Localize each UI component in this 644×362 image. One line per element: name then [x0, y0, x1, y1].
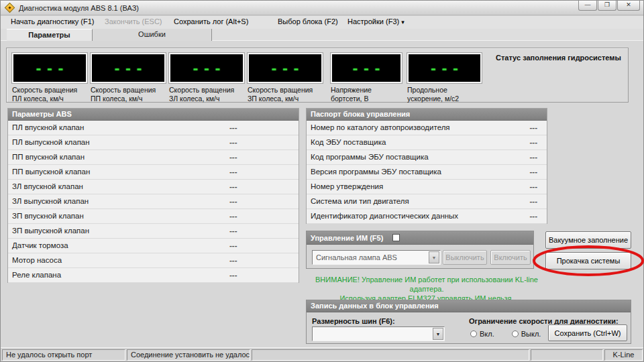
im-control-checkbox[interactable] — [392, 234, 400, 241]
window-title: Диагностика модуля ABS 8.1 (ВАЗ) — [19, 4, 139, 12]
radio-circle-icon[interactable] — [470, 330, 477, 337]
status-port: Не удалось открыть порт — [2, 349, 125, 361]
led-display: --- — [91, 53, 166, 83]
param-value: --- — [229, 153, 237, 161]
table-row: Номер по каталогу автопроизводителя--- — [307, 121, 547, 135]
kl-line-warning: ВНИМАНИЕ! Управление ИМ работет при испо… — [301, 275, 552, 303]
speed-limit-radio-group: Вкл. Выкл. — [470, 330, 541, 338]
save-button[interactable]: Сохранить (Ctrl+W) — [548, 324, 627, 341]
table-row: ПП впускной клапан--- — [8, 150, 299, 165]
status-adapter-type: K-Line — [604, 349, 643, 361]
close-icon[interactable]: ✕ — [617, 1, 640, 11]
led-value: --- — [110, 61, 146, 76]
table-row: Версия программы ЭБУ поставщика--- — [307, 165, 547, 180]
gauge-label: Скорость вращенияПП колеса, км/ч — [91, 86, 166, 103]
im-control-panel: Управление ИМ (F5) Сигнальная лампа ABS … — [306, 231, 534, 269]
menu-finish: Закончить (ESC) — [105, 17, 162, 25]
app-window: Диагностика модуля ABS 8.1 (ВАЗ) — ❐ ✕ Н… — [0, 0, 644, 362]
param-value: --- — [229, 241, 237, 249]
minimize-icon[interactable]: — — [578, 1, 597, 11]
table-row: ПЛ выпускной клапан--- — [8, 135, 299, 150]
param-label: ЗЛ впускной клапан — [12, 182, 83, 190]
chevron-down-icon[interactable]: ▼ — [429, 251, 439, 263]
radio-circle-icon[interactable] — [512, 330, 519, 337]
table-row: ЗП впускной клапан--- — [8, 209, 299, 224]
table-row: ПП выпускной клапан--- — [8, 165, 299, 180]
param-label: ЗП выпускной клапан — [12, 227, 89, 235]
status-empty-1 — [252, 349, 529, 361]
menu-save-log[interactable]: Сохранить лог (Alt+S) — [174, 17, 248, 25]
table-row: Код программы ЭБУ поставщика--- — [307, 150, 547, 165]
vacuum-fill-button[interactable]: Вакуумное заполнение — [545, 231, 631, 249]
menu-bar: Начать диагностику (F1) Закончить (ESC) … — [1, 16, 643, 29]
im-actuator-select[interactable]: Сигнальная лампа ABS ▼ — [312, 250, 441, 265]
system-bleed-button[interactable]: Прокачка системы — [545, 252, 631, 269]
gauge-rl-speed: --- Скорость вращенияЗЛ колеса, км/ч — [169, 53, 244, 103]
param-value: --- — [530, 138, 538, 146]
menu-block-select[interactable]: Выбор блока (F2) — [278, 17, 338, 25]
app-icon — [5, 3, 15, 13]
gauge-label: Напряжениебортсети, В — [331, 86, 402, 103]
status-empty-2 — [531, 349, 603, 361]
param-label: Код программы ЭБУ поставщика — [311, 153, 429, 161]
window-controls: — ❐ ✕ — [578, 1, 640, 11]
param-value: --- — [229, 123, 237, 131]
led-display: --- — [407, 53, 482, 83]
led-value: --- — [267, 61, 303, 76]
table-row: ЗЛ впускной клапан--- — [8, 180, 299, 194]
abs-parameters-panel: Параметры ABS ПЛ впускной клапан--- ПЛ в… — [7, 108, 299, 283]
param-value: --- — [229, 197, 237, 205]
param-value: --- — [229, 256, 237, 264]
param-label: Система или тип двигателя — [311, 197, 409, 205]
param-label: Идентификатор диагностических данных — [311, 212, 458, 220]
tab-parameters[interactable]: Параметры — [7, 29, 93, 41]
im-off-button[interactable]: Выключить — [443, 250, 487, 265]
table-row: Датчик тормоза--- — [8, 239, 299, 253]
led-value: --- — [32, 61, 68, 76]
param-label: Код ЭБУ поставщика — [311, 138, 386, 146]
gauge-rr-speed: --- Скорость вращенияЗП колеса, км/ч — [248, 53, 323, 103]
radio-off-label: Выкл. — [521, 330, 541, 338]
param-label: ПЛ выпускной клапан — [12, 138, 90, 146]
param-value: --- — [229, 168, 237, 176]
table-row: ЗП выпускной клапан--- — [8, 224, 299, 239]
ecu-passport-panel: Паспорт блока управления Номер по катало… — [306, 108, 547, 224]
chevron-down-icon: ▾ — [401, 19, 405, 25]
radio-on[interactable]: Вкл. — [470, 330, 494, 338]
led-display: --- — [169, 53, 244, 83]
table-row: Код ЭБУ поставщика--- — [307, 135, 547, 150]
param-value: --- — [229, 271, 237, 279]
led-display: --- — [331, 53, 402, 83]
table-row: Мотор насоса--- — [8, 253, 299, 268]
tab-strip: Параметры Ошибки — [1, 29, 643, 41]
led-display: --- — [248, 53, 323, 83]
menu-settings[interactable]: Настройки (F3)▾ — [347, 17, 405, 25]
radio-on-label: Вкл. — [480, 330, 494, 338]
menu-start-diagnostics[interactable]: Начать диагностику (F1) — [11, 17, 94, 25]
gauge-label: Скорость вращенияЗЛ колеса, км/ч — [169, 86, 244, 103]
param-value: --- — [530, 153, 538, 161]
table-row: Идентификатор диагностических данных--- — [307, 209, 547, 224]
led-value: --- — [348, 61, 384, 76]
panel-title: Паспорт блока управления — [307, 109, 547, 121]
table-row: Система или тип двигателя--- — [307, 194, 547, 209]
param-label: Версия программы ЭБУ поставщика — [311, 168, 441, 176]
param-label: Датчик тормоза — [12, 241, 68, 249]
radio-off[interactable]: Выкл. — [512, 330, 541, 338]
tab-errors[interactable]: Ошибки — [93, 29, 212, 41]
panel-title: Параметры ABS — [8, 109, 299, 121]
param-label: Номер по каталогу автопроизводителя — [311, 123, 450, 131]
param-value: --- — [530, 182, 538, 190]
led-value: --- — [426, 61, 462, 76]
status-bar: Не удалось открыть порт Соединение устан… — [1, 347, 643, 361]
param-value: --- — [229, 212, 237, 220]
param-label: Номер утверждения — [311, 182, 383, 190]
gauge-label: Скорость вращенияЗП колеса, км/ч — [248, 86, 323, 103]
chevron-down-icon[interactable]: ▼ — [433, 328, 443, 340]
im-on-button[interactable]: Включить — [490, 250, 531, 265]
restore-icon[interactable]: ❐ — [598, 1, 616, 11]
title-bar[interactable]: Диагностика модуля ABS 8.1 (ВАЗ) — ❐ ✕ — [1, 1, 643, 15]
led-value: --- — [189, 61, 225, 76]
tire-size-select[interactable]: ▼ — [312, 326, 445, 341]
param-label: Реле клапана — [12, 271, 61, 279]
